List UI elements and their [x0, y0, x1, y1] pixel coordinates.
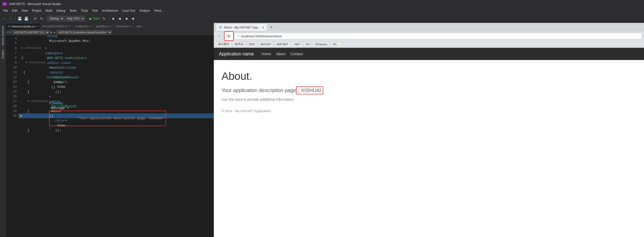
refresh-button[interactable]: ↻ [101, 16, 107, 22]
browser-navbar: Application name Home About Contact [214, 48, 644, 60]
tab-gruntfile-label: gruntfile.js [96, 25, 109, 28]
url-page-icon: 🗋 [237, 34, 240, 38]
nav-about[interactable]: About [276, 52, 285, 56]
title-bar: VS ASP.NET5 - Microsoft Visual Studio [0, 0, 644, 8]
forward-button[interactable]: → [8, 16, 14, 22]
navbar-brand: Application name [219, 51, 254, 57]
nav-home[interactable]: Home [262, 52, 271, 56]
code-line-4: using Microsoft.AspNet.Mvc; [18, 36, 214, 41]
new-tab-button[interactable]: + [268, 24, 275, 31]
refresh-button-highlight: ↻ [224, 31, 234, 41]
tab-config-label: config.json [75, 25, 89, 28]
page-body: About. Your application description page… [214, 60, 644, 237]
browser-refresh-button[interactable]: ↻ [225, 32, 233, 40]
server-explorer-tab[interactable]: Server Explorer [1, 24, 5, 47]
browser-active-tab[interactable]: 🌐 About - My ASP.NET App... ✕ [216, 24, 267, 31]
toolbar: ← → 💾 💾 ↺ ↻ Debug Any CPU ▶ Start ↻ ■ ■ … [0, 14, 644, 23]
browser-tab-bar: 🌐 About - My ASP.NET App... ✕ + [214, 23, 644, 32]
bookmark-7[interactable]: JS/Jquery [313, 41, 330, 47]
tab-gruntfile[interactable]: gruntfile.js ✕ [94, 23, 114, 29]
debug-arrow: ▶ [20, 113, 22, 118]
bookmark-6[interactable]: C# [303, 41, 312, 47]
menu-tools[interactable]: Tools [79, 8, 90, 13]
bookmark-0[interactable]: 设计模式 [216, 41, 232, 47]
toolbar-sep-5 [109, 16, 109, 21]
tab-accountcontroller[interactable]: AccountController.cs ✕ [40, 23, 73, 29]
line-num-9: 9 [9, 60, 17, 65]
toolbar-btn-extra3[interactable]: ■ [123, 16, 130, 22]
line-num-6: 6 [9, 46, 17, 51]
tab-bower[interactable]: bower.json ✕ [114, 23, 135, 29]
nav-contact[interactable]: Contact [291, 52, 303, 56]
code-editor[interactable]: 4 5 6 7 8 9 10 11 12 13 14 15 16 17 18 1… [6, 35, 214, 237]
tab-favicon: 🌐 [219, 26, 222, 29]
toolbar-sep-3 [46, 16, 46, 21]
cpu-config-dropdown[interactable]: Any CPU [65, 16, 85, 21]
tab-pac[interactable]: pac... [135, 23, 146, 29]
navbar-links: Home About Contact [262, 52, 303, 56]
menu-edit[interactable]: Edit [10, 8, 19, 13]
bookmark-8[interactable]: SC... [331, 41, 341, 47]
save-all-button[interactable]: 💾 [23, 16, 29, 22]
toolbar-btn-extra2[interactable]: ■ [117, 16, 123, 22]
tab-homecontroller[interactable]: C# HomeController.cs ✕ [6, 23, 40, 29]
menu-architecture[interactable]: Architecture [100, 8, 120, 13]
bookmark-2[interactable]: DDD [247, 41, 257, 47]
tab-close-grunt[interactable]: ✕ [110, 25, 112, 28]
menu-file[interactable]: File [1, 8, 10, 13]
page-title: About. [221, 70, 636, 82]
toolbox-tab[interactable]: Toolbox [1, 47, 5, 61]
menu-team[interactable]: Team [67, 8, 79, 13]
left-sidebar: Server Explorer Toolbox [0, 23, 6, 237]
tab-bar: C# HomeController.cs ✕ AccountController… [6, 23, 214, 29]
toolbar-btn-extra1[interactable]: ■ [110, 16, 116, 22]
line-num-14: 14 [9, 84, 17, 89]
line-num-17: 17 [9, 99, 17, 104]
browser-content: Application name Home About Contact Abou… [214, 48, 644, 237]
browser-tab-close[interactable]: ✕ [262, 26, 264, 29]
back-button[interactable]: ← [1, 16, 7, 22]
method-icon: ⬧ [54, 31, 55, 34]
tab-close-config[interactable]: ✕ [90, 25, 92, 28]
menu-test[interactable]: Test [90, 8, 100, 13]
tab-close-homecontroller[interactable]: ✕ [36, 25, 38, 28]
bookmark-3[interactable]: MVC/EF [258, 41, 273, 47]
bookmark-5[interactable]: .NET [292, 41, 302, 47]
breadcrumb-bar: C# ASP.NET5.ASP.NET 5.0 ▶ ⬧ ASP.NET5.Con… [6, 29, 214, 35]
debug-config-dropdown[interactable]: Debug [47, 16, 64, 21]
namespace-breadcrumb[interactable]: ASP.NET5.Controllers.HomeController [56, 30, 112, 35]
breakpoint-gutter [6, 35, 9, 237]
bookmark-1[interactable]: 技术点 [233, 41, 246, 47]
browser-url-bar[interactable]: 🗋 localhost:3493/Home/About [235, 33, 642, 39]
browser-back-button[interactable]: ← [216, 33, 223, 40]
menu-analyze[interactable]: Analyze [137, 8, 152, 13]
line-num-5: 5 [9, 41, 17, 46]
tab-close-account[interactable]: ✕ [69, 25, 71, 28]
menu-debug[interactable]: Debug [54, 8, 67, 13]
bookmark-4[interactable]: ASP.NET [274, 41, 291, 47]
browser-tab-title: About - My ASP.NET App... [224, 26, 260, 29]
tab-config[interactable]: config.json ✕ [73, 23, 94, 29]
project-breadcrumb[interactable]: ASP.NET5.ASP.NET 5.0 [12, 30, 50, 35]
line-num-15: 15 [9, 89, 17, 94]
toolbar-btn-extra4[interactable]: ■ [130, 16, 136, 22]
menu-view[interactable]: View [19, 8, 30, 13]
save-button[interactable]: 💾 [17, 16, 23, 22]
description-before: Your application description page [221, 87, 296, 93]
line-num-11: 11 [9, 70, 17, 75]
start-label: Start [93, 17, 99, 20]
tab-accountcontroller-label: AccountController.cs [42, 25, 68, 28]
redo-button[interactable]: ↻ [39, 16, 45, 22]
menu-loadtest[interactable]: Load Test [120, 8, 137, 13]
line-num-12: 12 [9, 75, 17, 80]
start-button[interactable]: ▶ Start [88, 16, 101, 21]
menu-build[interactable]: Build [43, 8, 54, 13]
menu-window[interactable]: Wind... [152, 8, 166, 13]
menu-project[interactable]: Project [30, 8, 43, 13]
line-numbers: 4 5 6 7 8 9 10 11 12 13 14 15 16 17 18 1… [9, 35, 18, 237]
tab-homecontroller-label: HomeController.cs [12, 25, 35, 28]
page-sub: Use this area to provide additional info… [221, 97, 636, 101]
undo-button[interactable]: ↺ [32, 16, 38, 22]
toolbar-sep-2 [30, 16, 31, 21]
tab-close-bower[interactable]: ✕ [131, 25, 133, 28]
